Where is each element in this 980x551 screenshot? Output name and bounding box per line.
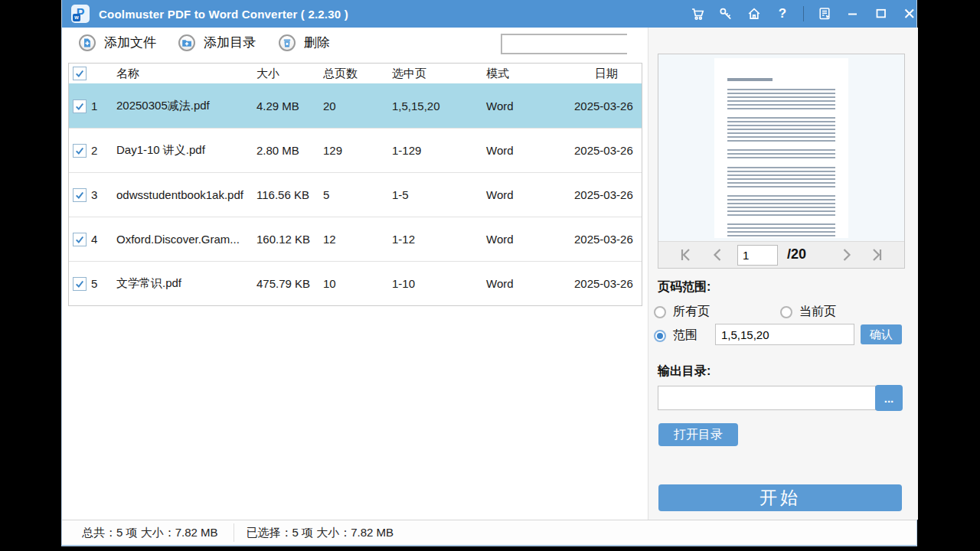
radio-current-page[interactable]: 当前页 xyxy=(780,304,836,320)
file-total-pages: 10 xyxy=(323,277,392,290)
radio-range[interactable]: 范围 xyxy=(654,328,697,344)
file-date: 2025-03-26 xyxy=(574,277,642,290)
delete-label: 删除 xyxy=(304,34,330,51)
toolbar: 添加文件 添加目录 删除 xyxy=(62,28,648,61)
file-selected-pages: 1-10 xyxy=(392,277,486,290)
table-row[interactable]: 3 odwsstudentbook1ak.pdf 116.56 KB 5 1-5… xyxy=(69,172,642,217)
settings-panel: /20 页码范围: 所有页 当前页 范围 xyxy=(648,28,918,520)
app-logo-icon: P w xyxy=(71,5,90,23)
last-page-icon[interactable] xyxy=(870,248,884,262)
header-selected-pages: 选中页 xyxy=(392,67,486,81)
radio-all-pages[interactable]: 所有页 xyxy=(654,304,710,320)
file-mode: Word xyxy=(486,188,574,201)
file-mode: Word xyxy=(486,144,574,157)
row-checkbox[interactable] xyxy=(69,188,91,202)
search-box xyxy=(501,34,627,54)
table-row[interactable]: 1 20250305减法.pdf 4.29 MB 20 1,5,15,20 Wo… xyxy=(69,83,642,128)
help-icon[interactable]: ? xyxy=(775,6,790,21)
title-bar: P w Coolmuster PDF to Word Converter ( 2… xyxy=(62,0,916,28)
file-size: 160.12 KB xyxy=(256,233,323,246)
app-window: P w Coolmuster PDF to Word Converter ( 2… xyxy=(61,0,917,546)
home-icon[interactable] xyxy=(746,6,762,21)
file-mode: Word xyxy=(486,233,574,246)
browse-button[interactable]: ... xyxy=(875,385,903,411)
trash-icon xyxy=(279,34,296,51)
start-button[interactable]: 开始 xyxy=(658,484,902,511)
row-number: 1 xyxy=(91,99,113,112)
close-button[interactable] xyxy=(902,6,917,21)
first-page-icon[interactable] xyxy=(679,248,693,262)
add-folder-button[interactable]: 添加目录 xyxy=(178,34,256,51)
maximize-button[interactable] xyxy=(874,6,889,21)
total-pages-label: /20 xyxy=(787,246,806,262)
header-date: 日期 xyxy=(574,67,642,81)
add-folder-icon xyxy=(178,34,195,51)
output-path-input[interactable] xyxy=(658,386,876,410)
file-size: 2.80 MB xyxy=(256,144,323,157)
confirm-button[interactable]: 确认 xyxy=(861,324,902,344)
file-table: 名称 大小 总页数 选中页 模式 日期 1 20250305减法.pdf 4.2… xyxy=(68,63,642,306)
row-checkbox[interactable] xyxy=(69,144,91,158)
file-mode: Word xyxy=(486,99,574,112)
add-folder-label: 添加目录 xyxy=(204,34,256,51)
select-all-checkbox[interactable] xyxy=(69,67,91,80)
next-page-icon[interactable] xyxy=(839,248,853,262)
file-name: 文学常识.pdf xyxy=(113,276,256,291)
titlebar-buttons: ? xyxy=(690,6,917,21)
table-row[interactable]: 5 文学常识.pdf 475.79 KB 10 1-10 Word 2025-0… xyxy=(69,261,642,305)
file-name: odwsstudentbook1ak.pdf xyxy=(113,188,256,201)
minimize-button[interactable] xyxy=(845,6,861,21)
file-name: 20250305减法.pdf xyxy=(113,99,256,113)
radio-selected-icon xyxy=(654,330,666,342)
register-key-icon[interactable] xyxy=(718,6,733,21)
file-date: 2025-03-26 xyxy=(574,233,642,246)
current-page-input[interactable] xyxy=(737,245,778,266)
header-mode: 模式 xyxy=(486,67,574,81)
row-checkbox[interactable] xyxy=(69,277,91,291)
add-files-button[interactable]: 添加文件 xyxy=(79,34,156,51)
table-row[interactable]: 4 Oxford.Discover.Gram... 160.12 KB 12 1… xyxy=(69,217,642,261)
status-bar: 总共：5 项 大小：7.82 MB 已选择：5 项 大小：7.82 MB xyxy=(62,520,916,545)
store-cart-icon[interactable] xyxy=(690,6,705,21)
file-total-pages: 5 xyxy=(323,188,392,201)
row-number: 2 xyxy=(91,144,113,157)
file-selected-pages: 1-12 xyxy=(392,233,486,246)
titlebar-separator xyxy=(803,6,804,21)
file-date: 2025-03-26 xyxy=(574,99,642,112)
pdf-preview: /20 xyxy=(658,54,905,269)
header-total-pages: 总页数 xyxy=(323,67,392,81)
page-range-label: 页码范围: xyxy=(658,279,710,295)
feedback-icon[interactable] xyxy=(817,6,832,21)
previous-page-icon[interactable] xyxy=(711,248,725,262)
pdf-page-thumbnail xyxy=(658,54,904,241)
add-file-icon xyxy=(79,34,96,51)
row-checkbox[interactable] xyxy=(69,233,91,246)
status-total: 总共：5 项 大小：7.82 MB xyxy=(82,526,218,540)
row-checkbox[interactable] xyxy=(69,99,91,113)
open-folder-button[interactable]: 打开目录 xyxy=(658,423,738,446)
window-title: Coolmuster PDF to Word Converter ( 2.2.3… xyxy=(99,0,348,28)
file-selected-pages: 1-129 xyxy=(392,144,486,157)
add-files-label: 添加文件 xyxy=(104,34,156,51)
radio-circle-icon xyxy=(780,306,792,318)
file-total-pages: 20 xyxy=(323,99,392,112)
row-number: 4 xyxy=(91,233,113,246)
file-name: Oxford.Discover.Gram... xyxy=(113,233,256,246)
range-input[interactable] xyxy=(715,324,854,345)
file-selected-pages: 1-5 xyxy=(392,188,486,201)
delete-button[interactable]: 删除 xyxy=(279,34,330,51)
file-date: 2025-03-26 xyxy=(574,144,642,157)
header-size: 大小 xyxy=(256,67,323,81)
status-divider xyxy=(234,523,234,542)
table-row[interactable]: 2 Day1-10 讲义.pdf 2.80 MB 129 1-129 Word … xyxy=(69,128,642,172)
file-date: 2025-03-26 xyxy=(574,188,642,201)
pdf-page xyxy=(714,58,848,238)
page-navigation: /20 xyxy=(658,241,904,268)
row-number: 5 xyxy=(91,277,113,290)
search-input[interactable] xyxy=(502,35,647,53)
file-mode: Word xyxy=(486,277,574,290)
file-size: 475.79 KB xyxy=(256,277,323,290)
file-size: 116.56 KB xyxy=(256,188,323,201)
radio-circle-icon xyxy=(654,306,666,318)
output-dir-label: 输出目录: xyxy=(658,364,710,380)
